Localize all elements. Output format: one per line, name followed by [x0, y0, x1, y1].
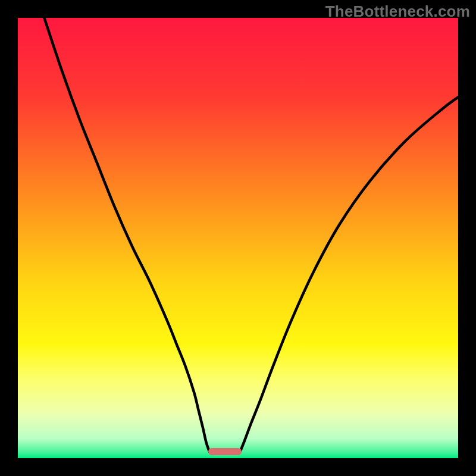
- curve-right: [240, 97, 458, 452]
- plot-area: [18, 18, 458, 458]
- bottleneck-marker: [208, 448, 242, 455]
- curves-layer: [18, 18, 458, 458]
- chart-frame: TheBottleneck.com: [0, 0, 476, 476]
- curve-left: [44, 18, 209, 452]
